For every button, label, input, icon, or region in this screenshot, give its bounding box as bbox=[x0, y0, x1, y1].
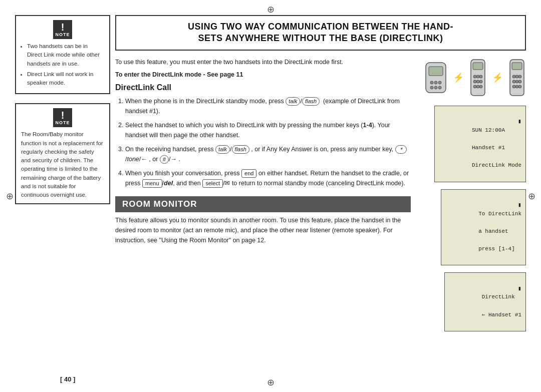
svg-point-22 bbox=[515, 75, 518, 78]
step-3: On the receiving handset, press talk/fla… bbox=[125, 144, 411, 164]
hash-btn: # bbox=[160, 155, 169, 164]
battery-icon-1: ▮ bbox=[518, 117, 521, 127]
lcd-line1-1: SUN 12:00A bbox=[472, 127, 505, 133]
note-bullet-1: Two handsets can be in Direct Link mode … bbox=[27, 42, 104, 68]
room-monitor-header: ROOM MONITOR bbox=[115, 196, 411, 212]
svg-point-23 bbox=[518, 75, 521, 78]
battery-icon-3: ▮ bbox=[518, 284, 521, 294]
lcd-line3-2: press [1-4] bbox=[478, 246, 515, 252]
flash-btn-2: flash bbox=[232, 145, 249, 154]
svg-point-29 bbox=[518, 85, 521, 88]
lcd-line2-1: Handset #1 bbox=[472, 145, 505, 151]
talk-btn-2: talk bbox=[215, 145, 230, 154]
lcd-line1-2: To DirectLink bbox=[478, 211, 521, 217]
note-box-2: ! NOTE The Room/Baby monitor function is… bbox=[15, 103, 110, 204]
compass-mid-left: ⊕ bbox=[4, 191, 15, 202]
main-text: To use this feature, you must enter the … bbox=[115, 58, 411, 333]
step-1: When the phone is in the DirectLink stan… bbox=[125, 96, 411, 116]
svg-point-27 bbox=[512, 85, 515, 88]
room-monitor-text: This feature allows you to monitor sound… bbox=[115, 215, 411, 245]
phone-diagrams: ⚡ ⚡ bbox=[416, 58, 526, 333]
lcd-screen-2: ▮ To DirectLink a handset press [1-4] bbox=[441, 189, 526, 266]
battery-icon-2: ▮ bbox=[518, 201, 521, 210]
note-text-1: Two handsets can be in Direct Link mode … bbox=[21, 42, 104, 89]
svg-point-17 bbox=[476, 85, 479, 88]
note-label-1: NOTE bbox=[55, 32, 70, 37]
svg-rect-20 bbox=[512, 63, 522, 70]
phone-handset-2 bbox=[469, 58, 487, 98]
intro-text: To use this feature, you must enter the … bbox=[115, 58, 411, 67]
note-bullet-2: Direct Link will not work in speaker mod… bbox=[27, 70, 104, 88]
svg-point-10 bbox=[473, 75, 476, 78]
svg-point-14 bbox=[476, 80, 479, 83]
note-icon-1: ! NOTE bbox=[53, 20, 72, 39]
title-box: USING TWO WAY COMMUNICATION BETWEEN THE … bbox=[115, 15, 526, 51]
svg-point-4 bbox=[438, 81, 441, 84]
star-btn: ＊ bbox=[395, 145, 407, 154]
svg-point-26 bbox=[518, 80, 521, 83]
svg-point-13 bbox=[473, 80, 476, 83]
flash-btn: flash bbox=[302, 97, 320, 106]
svg-point-3 bbox=[434, 81, 437, 84]
compass-bottom: ⊕ bbox=[265, 377, 276, 388]
note-icon-2: ! NOTE bbox=[53, 108, 72, 127]
lcd-screen-3: ▮ DirectLink ⇐ Handset #1 bbox=[444, 272, 526, 331]
left-column: ! NOTE Two handsets can be in Direct Lin… bbox=[15, 15, 115, 382]
exclamation-icon: ! bbox=[61, 22, 65, 32]
step-2: Select the handset to which you wish to … bbox=[125, 120, 411, 140]
svg-point-16 bbox=[473, 85, 476, 88]
page-number: [ 40 ] bbox=[60, 375, 75, 383]
svg-point-21 bbox=[512, 75, 515, 78]
svg-rect-1 bbox=[429, 67, 443, 76]
lcd-line3-1: DirectLink Mode bbox=[472, 162, 521, 168]
lcd-line2-2: a handset bbox=[478, 228, 508, 234]
right-column: USING TWO WAY COMMUNICATION BETWEEN THE … bbox=[115, 15, 526, 382]
directlink-title: DirectLink Call bbox=[115, 83, 411, 92]
svg-point-7 bbox=[438, 86, 441, 89]
note-box-1: ! NOTE Two handsets can be in Direct Lin… bbox=[15, 15, 110, 94]
phone-handset-1 bbox=[424, 58, 448, 98]
lcd-line1-3: DirectLink bbox=[482, 294, 515, 300]
compass-mid-right: ⊕ bbox=[526, 191, 537, 202]
svg-point-12 bbox=[479, 75, 482, 78]
exclamation-icon-2: ! bbox=[61, 110, 65, 120]
page-title: USING TWO WAY COMMUNICATION BETWEEN THE … bbox=[124, 21, 517, 45]
compass-top: ⊕ bbox=[265, 4, 276, 15]
menu-btn: menu bbox=[142, 179, 162, 188]
svg-point-5 bbox=[430, 86, 433, 89]
svg-point-24 bbox=[512, 80, 515, 83]
svg-point-18 bbox=[479, 85, 482, 88]
phone-images-row: ⚡ ⚡ bbox=[424, 58, 526, 98]
lightning-1: ⚡ bbox=[452, 58, 465, 98]
content-area: To use this feature, you must enter the … bbox=[115, 58, 526, 333]
lightning-2: ⚡ bbox=[491, 58, 504, 98]
svg-rect-9 bbox=[473, 63, 483, 70]
svg-point-15 bbox=[479, 80, 482, 83]
enter-note: To enter the DirectLink mode - See page … bbox=[115, 71, 411, 78]
phone-handset-3 bbox=[508, 58, 526, 98]
end-btn: end bbox=[241, 169, 256, 178]
directlink-section: DirectLink Call When the phone is in the… bbox=[115, 83, 411, 188]
svg-point-25 bbox=[515, 80, 518, 83]
svg-point-28 bbox=[515, 85, 518, 88]
note-label-2: NOTE bbox=[55, 120, 70, 125]
select-btn: select bbox=[202, 179, 223, 188]
lcd-line2-3: ⇐ Handset #1 bbox=[482, 312, 521, 318]
steps-list: When the phone is in the DirectLink stan… bbox=[115, 96, 411, 188]
lcd-screen-1: ▮ SUN 12:00A Handset #1 DirectLink Mode bbox=[434, 106, 526, 182]
svg-point-11 bbox=[476, 75, 479, 78]
svg-point-2 bbox=[430, 81, 433, 84]
page: ⊕ ⊕ ⊕ ⊕ ! NOTE Two handsets can be in Di… bbox=[0, 0, 541, 392]
step-4: When you finish your conversation, press… bbox=[125, 168, 411, 188]
talk-btn: talk bbox=[286, 97, 300, 106]
note-text-2: The Room/Baby monitor function is not a … bbox=[21, 130, 104, 199]
svg-point-6 bbox=[434, 86, 437, 89]
